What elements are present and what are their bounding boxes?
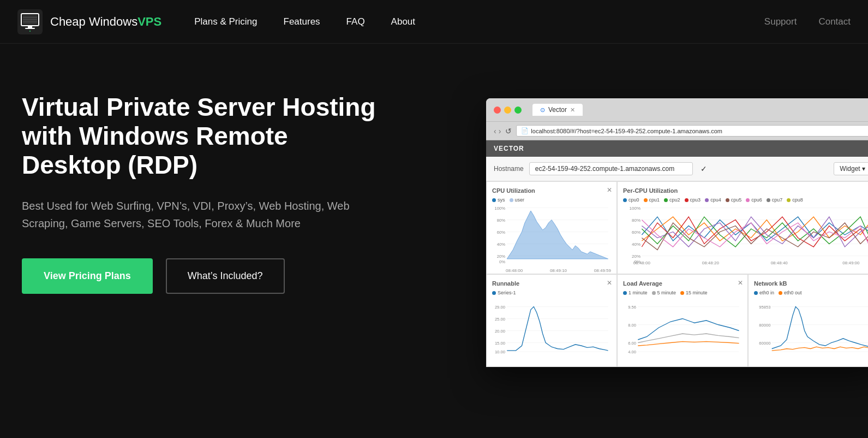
browser-tab-close[interactable]: ✕ (570, 106, 575, 114)
svg-text:60000: 60000 (759, 341, 770, 346)
browser-tab[interactable]: ⊙ Vector ✕ (532, 104, 583, 116)
vector-hostname-row: Hostname ec2-54-159-49-252.compute-1.ama… (486, 157, 868, 181)
chart-legend-network: eth0 in eth0 out (754, 290, 868, 295)
chart-legend-load: 1 minute 5 minute 15 minute (623, 290, 742, 295)
nav-about[interactable]: About (391, 16, 415, 27)
nav-features[interactable]: Features (284, 16, 320, 27)
view-pricing-button[interactable]: View Pricing Plans (22, 258, 153, 294)
nav-plans-pricing[interactable]: Plans & Pricing (194, 16, 257, 27)
svg-text:60%: 60% (632, 230, 640, 235)
chart-title-network: Network kB (754, 280, 868, 287)
dot-green (514, 106, 522, 114)
back-arrow-icon[interactable]: ‹ (494, 127, 496, 135)
dot-red (494, 106, 501, 114)
browser-favicon: ⊙ (540, 106, 545, 114)
widget-button[interactable]: Widget ▾ (834, 162, 868, 175)
browser-content: VECTOR Hostname ec2-54-159-49-252.comput… (486, 140, 868, 367)
page-icon: 📄 (521, 127, 529, 134)
chart-cpu-util: ✕ CPU Utilization sys user (486, 181, 617, 274)
chart-load-average: ✕ Load Average 1 minute 5 minute 15 minu… (617, 274, 748, 367)
chart-title-cpu: CPU Utilization (492, 187, 611, 194)
chart-legend-cpu: sys user (492, 197, 611, 203)
svg-text:6.00: 6.00 (628, 341, 636, 346)
hero-subtitle: Best Used for Web Surfing, VPN’s, VDI, P… (22, 197, 371, 232)
browser-dots (494, 106, 522, 114)
svg-text:29.00: 29.00 (495, 305, 505, 310)
hero-buttons: View Pricing Plans What’s Included? (22, 258, 393, 294)
charts-grid: ✕ CPU Utilization sys user (486, 181, 868, 367)
svg-text:60%: 60% (497, 230, 505, 235)
svg-rect-7 (25, 28, 35, 29)
chart-title-per-cpu: Per-CPU Utilization (623, 187, 868, 194)
check-icon: ✓ (701, 164, 707, 173)
svg-text:15.00: 15.00 (495, 341, 505, 346)
svg-text:40%: 40% (497, 242, 505, 247)
nav-right: Support Contact (764, 16, 851, 27)
browser-tab-label: Vector (548, 106, 567, 114)
svg-text:20%: 20% (632, 254, 640, 259)
svg-text:100%: 100% (494, 206, 505, 211)
svg-text:10.00: 10.00 (495, 350, 505, 354)
svg-text:20.00: 20.00 (495, 329, 505, 334)
hero-content: Virtual Private Server Hosting with Wind… (22, 76, 393, 415)
svg-text:9.56: 9.56 (628, 305, 636, 310)
svg-text:40%: 40% (632, 242, 640, 247)
svg-text:0%: 0% (499, 259, 505, 264)
chart-close-load[interactable]: ✕ (738, 279, 743, 287)
nav-faq[interactable]: FAQ (346, 16, 365, 27)
svg-text:95853: 95853 (759, 305, 770, 310)
whats-included-button[interactable]: What’s Included? (166, 258, 285, 294)
svg-text:80000: 80000 (759, 323, 770, 328)
svg-text:08:48:00: 08:48:00 (633, 261, 651, 265)
runnable-chart-area: 29.00 25.00 20.00 15.00 10.00 (492, 298, 611, 358)
svg-text:100%: 100% (630, 206, 640, 211)
browser-screenshot: ⊙ Vector ✕ ‹ › ↺ 📄 localhost:8080/#/?hos… (486, 98, 868, 367)
svg-text:8.00: 8.00 (628, 323, 636, 328)
hostname-label: Hostname (494, 165, 524, 173)
per-cpu-chart-area: 100% 80% 60% 40% 20% 0% (623, 205, 868, 265)
hostname-input[interactable]: ec2-54-159-49-252.compute-1.amazonaws.co… (529, 162, 693, 175)
svg-text:08:48:20: 08:48:20 (702, 261, 720, 265)
nav-support[interactable]: Support (764, 16, 797, 27)
chart-title-runnable: Runnable (492, 280, 611, 287)
svg-point-8 (29, 31, 31, 32)
load-chart-area: 9.56 8.00 6.00 4.00 (623, 298, 742, 358)
forward-arrow-icon[interactable]: › (499, 127, 501, 135)
svg-text:08:49:00: 08:49:00 (842, 261, 860, 265)
chart-close-cpu[interactable]: ✕ (607, 186, 612, 194)
chart-legend-runnable: Series-1 (492, 290, 611, 295)
logo-text: Cheap WindowsVPS (50, 15, 161, 29)
svg-rect-6 (28, 26, 32, 28)
hero-title: Virtual Private Server Hosting with Wind… (22, 93, 393, 180)
logo-icon (17, 9, 43, 34)
svg-text:20%: 20% (497, 254, 505, 259)
svg-text:4.00: 4.00 (628, 350, 636, 354)
nav-arrows: ‹ › (494, 127, 501, 135)
chart-per-cpu: ✕ Per-CPU Utilization cpu0 cpu1 cpu2 cpu… (617, 181, 868, 274)
vector-header: VECTOR (486, 140, 868, 157)
refresh-icon[interactable]: ↺ (505, 127, 512, 135)
nav-main: Plans & Pricing Features FAQ About (194, 16, 764, 27)
svg-text:08:48:40: 08:48:40 (771, 261, 788, 265)
network-chart-area: 95853 80000 60000 (754, 298, 868, 358)
svg-text:80%: 80% (497, 218, 505, 223)
chart-network-kb: ✕ Network kB eth0 in eth0 out 95853 (748, 274, 868, 367)
cpu-chart-area: 100% 80% 60% 40% 20% 0% 08:48:00 08:49:1… (492, 205, 611, 265)
address-bar[interactable]: 📄 localhost:8080/#/?host=ec2-54-159-49-2… (516, 125, 868, 137)
svg-text:80%: 80% (632, 218, 640, 223)
chart-runnable: ✕ Runnable Series-1 29.00 25. (486, 274, 617, 367)
navbar: Cheap WindowsVPS Plans & Pricing Feature… (0, 0, 868, 44)
browser-titlebar: ⊙ Vector ✕ (486, 98, 868, 122)
chart-legend-per-cpu: cpu0 cpu1 cpu2 cpu3 cpu4 cpu5 cpu6 cpu7 … (623, 197, 868, 203)
hero-section: Virtual Private Server Hosting with Wind… (0, 44, 868, 437)
chart-close-runnable[interactable]: ✕ (607, 279, 612, 287)
chart-title-load: Load Average (623, 280, 742, 287)
nav-contact[interactable]: Contact (818, 16, 851, 27)
browser-addressbar-row: ‹ › ↺ 📄 localhost:8080/#/?host=ec2-54-15… (486, 122, 868, 140)
svg-text:25.00: 25.00 (495, 317, 505, 322)
address-text: localhost:8080/#/?host=ec2-54-159-49-252… (531, 128, 722, 134)
dot-yellow (504, 106, 511, 114)
logo[interactable]: Cheap WindowsVPS (17, 9, 161, 34)
